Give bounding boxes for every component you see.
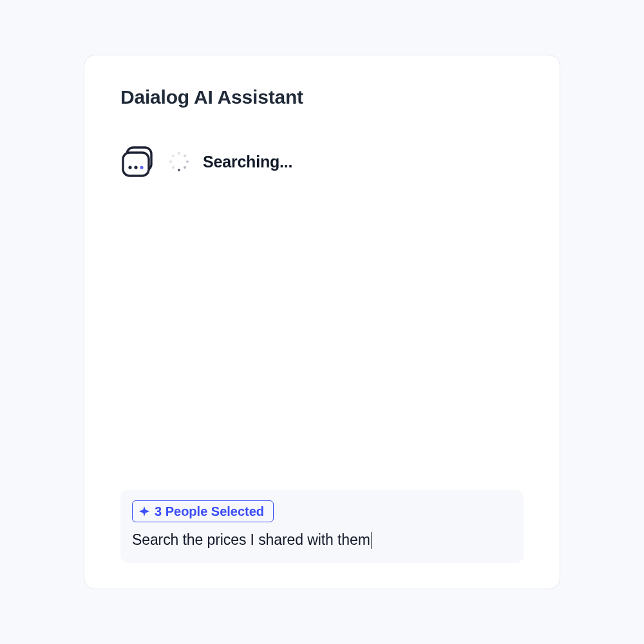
composer[interactable]: 3 People Selected Search the prices I sh…	[120, 490, 524, 563]
text-cursor	[371, 532, 372, 549]
svg-point-2	[128, 166, 131, 169]
page-title: Daialog AI Assistant	[120, 86, 524, 108]
selection-chip-label: 3 People Selected	[155, 505, 264, 518]
selection-chip[interactable]: 3 People Selected	[132, 500, 274, 522]
composer-input[interactable]: Search the prices I shared with them	[132, 531, 512, 549]
messages-stack-icon	[120, 144, 155, 179]
svg-rect-1	[123, 153, 149, 176]
assistant-card: Daialog AI Assistant Searching...	[84, 55, 560, 589]
svg-point-4	[140, 166, 143, 169]
sparkle-icon	[139, 506, 149, 516]
composer-input-text: Search the prices I shared with them	[132, 531, 370, 549]
status-label: Searching...	[203, 153, 292, 171]
spinner-icon	[169, 152, 189, 171]
status-row: Searching...	[120, 144, 524, 179]
svg-point-3	[134, 166, 137, 169]
